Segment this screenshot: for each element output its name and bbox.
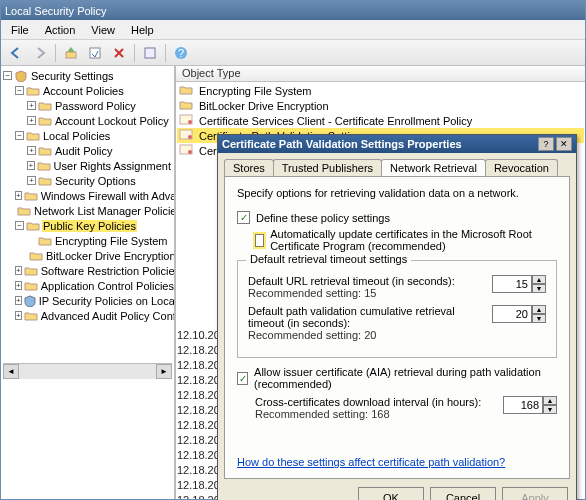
dialog-title-bar[interactable]: Certificate Path Validation Settings Pro… — [218, 135, 576, 153]
menu-action[interactable]: Action — [37, 22, 84, 38]
tab-trusted-publishers[interactable]: Trusted Publishers — [273, 159, 382, 176]
tree-advanced-audit[interactable]: +Advanced Audit Policy Configuration — [15, 308, 172, 323]
folder-icon — [26, 220, 40, 232]
aia-checkbox[interactable]: ✓ — [237, 372, 248, 385]
expand-icon[interactable]: + — [27, 146, 36, 155]
expand-icon[interactable]: + — [15, 266, 22, 275]
expand-icon[interactable]: + — [15, 191, 22, 200]
help-link[interactable]: How do these settings affect certificate… — [237, 456, 557, 468]
cum-timeout-rec: Recommended setting: 20 — [248, 329, 484, 341]
collapse-icon[interactable]: − — [3, 71, 12, 80]
url-timeout-spinner[interactable]: ▲▼ — [492, 275, 546, 293]
spin-down-icon[interactable]: ▼ — [532, 284, 546, 293]
svg-rect-2 — [145, 48, 155, 58]
cum-timeout-spinner[interactable]: ▲▼ — [492, 305, 546, 323]
title-bar[interactable]: Local Security Policy — [1, 1, 585, 20]
collapse-icon[interactable]: − — [15, 131, 24, 140]
spin-down-icon[interactable]: ▼ — [532, 314, 546, 323]
horizontal-scrollbar[interactable]: ◄► — [3, 363, 172, 379]
ok-button[interactable]: OK — [358, 487, 424, 500]
define-policy-checkbox[interactable]: ✓ — [237, 211, 250, 224]
tab-network-retrieval[interactable]: Network Retrieval — [381, 159, 486, 176]
list-item[interactable]: BitLocker Drive Encryption — [177, 98, 584, 113]
folder-icon — [37, 160, 51, 172]
folder-icon — [179, 99, 195, 112]
cross-cert-spinner[interactable]: ▲▼ — [503, 396, 557, 414]
list-item[interactable]: Encrypting File System — [177, 83, 584, 98]
folder-icon — [24, 265, 38, 277]
expand-icon[interactable]: + — [15, 281, 22, 290]
spin-down-icon[interactable]: ▼ — [543, 405, 557, 414]
up-button[interactable] — [60, 42, 82, 64]
tab-strip: Stores Trusted Publishers Network Retrie… — [224, 159, 570, 176]
expand-icon[interactable]: + — [15, 296, 22, 305]
tree-bitlocker[interactable]: BitLocker Drive Encryption — [27, 248, 172, 263]
tree-account-policies[interactable]: −Account Policies — [15, 83, 172, 98]
apply-button[interactable]: Apply — [502, 487, 568, 500]
cross-cert-input[interactable] — [503, 396, 543, 414]
properties-icon[interactable] — [139, 42, 161, 64]
menu-file[interactable]: File — [3, 22, 37, 38]
tree-efs[interactable]: Encrypting File System — [27, 233, 172, 248]
timeout-group: Default retrieval timeout settings Defau… — [237, 260, 557, 358]
expand-icon[interactable]: + — [27, 101, 36, 110]
export-button[interactable] — [84, 42, 106, 64]
tree-user-rights[interactable]: +User Rights Assignment — [27, 158, 172, 173]
back-button[interactable] — [5, 42, 27, 64]
expand-icon[interactable]: + — [27, 161, 35, 170]
list-item[interactable]: Certificate Services Client - Certificat… — [177, 113, 584, 128]
spin-up-icon[interactable]: ▲ — [532, 305, 546, 314]
cross-cert-rec: Recommended setting: 168 — [255, 408, 495, 420]
folder-icon — [38, 235, 52, 247]
spin-up-icon[interactable]: ▲ — [543, 396, 557, 405]
collapse-icon[interactable]: − — [15, 86, 24, 95]
url-timeout-label: Default URL retrieval timeout (in second… — [248, 275, 484, 287]
help-icon[interactable]: ? — [170, 42, 192, 64]
tree-password-policy[interactable]: +Password Policy — [27, 98, 172, 113]
tab-panel: Specify options for retrieving validatio… — [224, 176, 570, 479]
cross-cert-label: Cross-certificates download interval (in… — [255, 396, 495, 408]
cancel-button[interactable]: Cancel — [430, 487, 496, 500]
tree-app-control[interactable]: +Application Control Policies — [15, 278, 172, 293]
tree-local-policies[interactable]: −Local Policies — [15, 128, 172, 143]
svg-text:?: ? — [178, 47, 184, 59]
tree-network-list[interactable]: Network List Manager Policies — [15, 203, 172, 218]
tree-audit-policy[interactable]: +Audit Policy — [27, 143, 172, 158]
column-header[interactable]: Object Type — [176, 66, 585, 82]
tree-windows-firewall[interactable]: +Windows Firewall with Advanced Security — [15, 188, 172, 203]
delete-icon[interactable] — [108, 42, 130, 64]
tree-security-options[interactable]: +Security Options — [27, 173, 172, 188]
tree-pane[interactable]: − Security Settings −Account Policies +P… — [1, 66, 176, 499]
url-timeout-input[interactable] — [492, 275, 532, 293]
menu-view[interactable]: View — [83, 22, 123, 38]
svg-rect-0 — [66, 52, 76, 58]
tab-revocation[interactable]: Revocation — [485, 159, 558, 176]
expand-icon[interactable]: + — [27, 176, 36, 185]
window-title: Local Security Policy — [5, 5, 581, 17]
tree-public-key-policies[interactable]: −Public Key Policies — [15, 218, 172, 233]
tree-ip-security[interactable]: +IP Security Policies on Local Computer — [15, 293, 172, 308]
expand-icon[interactable]: + — [15, 311, 22, 320]
dialog-title: Certificate Path Validation Settings Pro… — [222, 138, 536, 150]
collapse-icon[interactable]: − — [15, 221, 24, 230]
forward-button[interactable] — [29, 42, 51, 64]
tree-software-restriction[interactable]: +Software Restriction Policies — [15, 263, 172, 278]
svg-point-6 — [188, 120, 192, 124]
close-button[interactable]: ✕ — [556, 137, 572, 151]
tree-account-lockout[interactable]: +Account Lockout Policy — [27, 113, 172, 128]
cert-icon — [179, 114, 195, 128]
tree-root[interactable]: − Security Settings — [3, 68, 172, 83]
group-legend: Default retrieval timeout settings — [246, 253, 411, 265]
auto-update-label: Automatically update certificates in the… — [270, 228, 557, 252]
help-button[interactable]: ? — [538, 137, 554, 151]
folder-icon — [179, 84, 195, 97]
cert-icon — [179, 129, 195, 143]
auto-update-checkbox[interactable] — [255, 234, 264, 247]
cum-timeout-input[interactable] — [492, 305, 532, 323]
expand-icon[interactable]: + — [27, 116, 36, 125]
tab-stores[interactable]: Stores — [224, 159, 274, 176]
spin-up-icon[interactable]: ▲ — [532, 275, 546, 284]
menu-help[interactable]: Help — [123, 22, 162, 38]
aia-label: Allow issuer certificate (AIA) retrieval… — [254, 366, 557, 390]
panel-description: Specify options for retrieving validatio… — [237, 187, 557, 199]
